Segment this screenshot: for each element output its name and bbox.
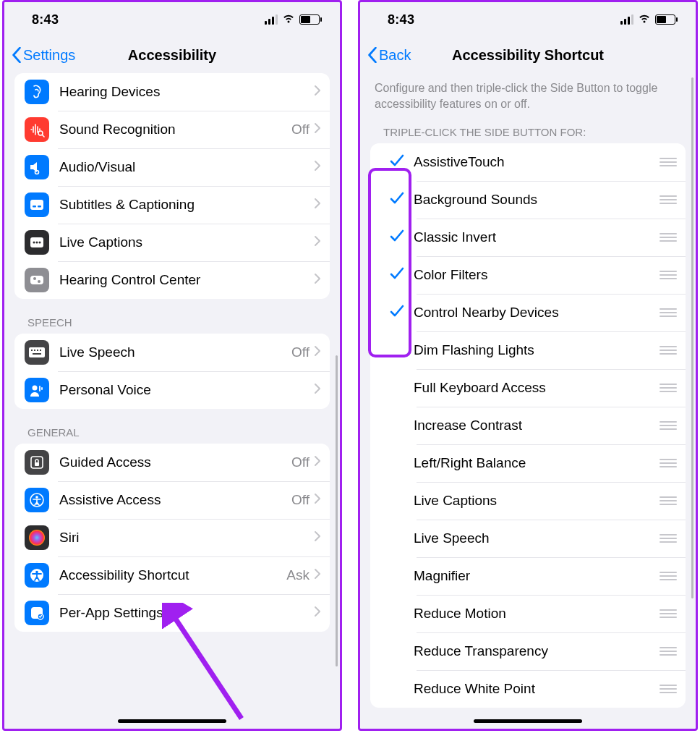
home-indicator[interactable] [118,719,226,723]
shortcut-row[interactable]: Left/Right Balance [370,444,686,482]
drag-handle-icon[interactable] [660,647,677,656]
drag-handle-icon[interactable] [660,534,677,543]
drag-handle-icon[interactable] [660,459,677,467]
row-label: Full Keyboard Access [414,380,654,396]
chevron-left-icon [367,47,377,63]
shortcut-row[interactable]: Color Filters [370,256,686,294]
shortcut-row[interactable]: Reduce White Point [370,670,686,708]
scrollbar[interactable] [691,77,693,598]
wifi-icon [282,12,295,27]
row-label: Subtitles & Captioning [59,197,314,213]
settings-row[interactable]: Accessibility Shortcut Ask [14,556,330,594]
shortcut-row[interactable]: Control Nearby Devices [370,294,686,331]
settings-row[interactable]: Live Speech Off [14,334,330,371]
status-bar: 8:43 [4,2,340,37]
svg-rect-17 [33,353,41,355]
row-label: Personal Voice [59,382,314,398]
settings-row[interactable]: Live Captions [14,224,330,261]
drag-handle-icon[interactable] [660,346,677,355]
battery-icon [655,14,675,25]
assistive-access-icon [25,488,49,512]
row-label: Dim Flashing Lights [414,342,654,358]
general-group: Guided Access Off Assistive Access Off S… [14,444,330,632]
row-label: Background Sounds [414,192,654,208]
shortcut-row[interactable]: Live Captions [370,482,686,520]
drag-handle-icon[interactable] [660,233,677,242]
shortcut-row[interactable]: AssistiveTouch [370,143,686,181]
settings-row[interactable]: Subtitles & Captioning [14,186,330,224]
settings-row[interactable]: Siri [14,519,330,556]
shortcut-row[interactable]: Reduce Transparency [370,632,686,670]
home-indicator[interactable] [474,719,582,723]
section-description: Configure and then triple-click the Side… [375,80,681,111]
section-header-speech: SPEECH [27,316,330,329]
settings-row[interactable]: Sound Recognition Off [14,111,330,148]
cell-signal-icon [620,14,633,25]
drag-handle-icon[interactable] [660,271,677,279]
svg-point-18 [33,386,38,391]
row-label: Live Captions [414,493,654,509]
siri-icon [25,525,49,550]
back-label: Settings [23,47,75,64]
drag-handle-icon[interactable] [660,308,677,317]
chevron-right-icon [314,383,321,397]
back-button[interactable]: Settings [12,47,75,64]
status-bar: 8:43 [360,2,696,37]
chevron-right-icon [314,160,321,174]
shortcut-row[interactable]: Reduce Motion [370,595,686,632]
accessibility-shortcut-screen: 8:43 Back Accessibility Shortcut Configu… [358,0,698,731]
shortcut-row[interactable]: Increase Contrast [370,407,686,444]
row-value: Ask [286,567,310,583]
settings-row[interactable]: Audio/Visual [14,148,330,186]
checkmark-icon [380,228,414,247]
chevron-right-icon [314,235,321,250]
settings-row[interactable]: Personal Voice [14,371,330,409]
svg-point-11 [38,280,40,283]
svg-point-7 [36,242,38,244]
accessibility-settings-screen: 8:43 Settings Accessibility Hearing Devi… [2,0,342,731]
drag-handle-icon[interactable] [660,195,677,204]
scrollbar[interactable] [336,355,338,666]
shortcut-row[interactable]: Classic Invert [370,219,686,256]
chevron-right-icon [314,455,321,470]
row-label: Hearing Devices [59,84,314,100]
chevron-right-icon [314,530,321,545]
settings-row[interactable]: Assistive Access Off [14,481,330,519]
svg-point-8 [39,242,41,244]
chevron-right-icon [314,273,321,287]
svg-rect-2 [30,200,43,210]
drag-handle-icon[interactable] [660,496,677,505]
drag-handle-icon[interactable] [660,384,677,392]
row-label: Left/Right Balance [414,455,654,471]
checkmark-icon [380,303,414,322]
drag-handle-icon[interactable] [660,158,677,166]
shortcut-row[interactable]: Dim Flashing Lights [370,331,686,369]
chevron-right-icon [314,493,321,507]
row-label: Assistive Access [59,492,291,508]
drag-handle-icon[interactable] [660,572,677,580]
row-label: Reduce White Point [414,681,654,697]
settings-row[interactable]: Hearing Devices [14,73,330,111]
shortcut-row[interactable]: Full Keyboard Access [370,369,686,407]
drag-handle-icon[interactable] [660,421,677,430]
row-label: Sound Recognition [59,122,291,137]
svg-rect-9 [30,276,43,284]
back-button[interactable]: Back [367,47,411,64]
shortcut-row[interactable]: Background Sounds [370,181,686,219]
shortcut-row[interactable]: Magnifier [370,557,686,595]
settings-row[interactable]: Guided Access Off [14,444,330,481]
settings-row[interactable]: Hearing Control Center [14,261,330,299]
svg-point-23 [29,530,45,546]
shortcut-list: AssistiveTouch Background Sounds Classic… [370,143,686,708]
shortcut-row[interactable]: Live Speech [370,520,686,557]
sliders-icon [25,268,49,292]
chevron-right-icon [314,568,321,583]
row-label: Magnifier [414,568,654,584]
status-icons [265,12,320,27]
checkmark-icon [380,153,414,172]
settings-row[interactable]: Per-App Settings [14,594,330,632]
drag-handle-icon[interactable] [660,609,677,618]
chevron-right-icon [314,198,321,212]
svg-point-22 [35,496,38,499]
drag-handle-icon[interactable] [660,685,677,693]
